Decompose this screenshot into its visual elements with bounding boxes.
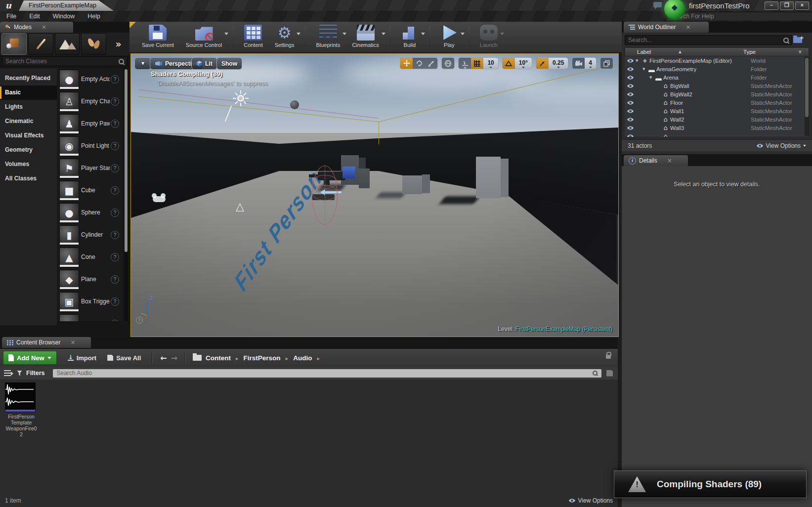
placeable-item[interactable]: ♟ Empty Pawn ? — [57, 113, 123, 135]
category-item[interactable]: Geometry — [0, 143, 57, 157]
category-item[interactable]: Volumes — [0, 157, 57, 171]
chat-bubble-icon[interactable] — [653, 2, 662, 7]
toolbar-button[interactable]: Settings — [270, 24, 299, 49]
outliner-row[interactable]: ▼ FirstPersonExampleMap (Editor) World — [625, 56, 809, 65]
grid-snapping-button[interactable] — [471, 58, 483, 69]
placeable-item[interactable]: ● Sphere ? — [57, 202, 123, 224]
chevron-down-icon[interactable] — [342, 33, 346, 35]
forward-button[interactable]: → — [171, 353, 177, 363]
chevron-down-icon[interactable] — [461, 33, 465, 35]
minimize-button[interactable]: – — [765, 1, 778, 10]
placeable-item[interactable]: ◆ Plane ? — [57, 268, 123, 291]
toolbar-button[interactable]: Launch — [475, 24, 502, 49]
maximize-viewport-button[interactable] — [600, 58, 613, 69]
close-icon[interactable]: × — [42, 24, 46, 31]
menu-item[interactable]: Edit — [23, 11, 46, 22]
chevron-down-icon[interactable] — [500, 33, 504, 35]
visibility-eye-icon[interactable] — [625, 67, 636, 72]
maximize-button[interactable]: ❐ — [780, 1, 794, 10]
toolbar-button[interactable]: Build — [396, 24, 423, 49]
category-item[interactable]: Cinematic — [0, 114, 57, 128]
outliner-row[interactable]: ▼ Wall3 StaticMeshActor — [625, 124, 809, 132]
toolbar-button[interactable]: Blueprints — [311, 24, 344, 49]
visibility-eye-icon[interactable] — [625, 92, 636, 97]
tab-content-browser[interactable]: Content Browser × — [2, 337, 91, 348]
outliner-scrollbar[interactable] — [805, 57, 809, 136]
visibility-eye-icon[interactable] — [625, 75, 636, 80]
menu-item[interactable]: File — [0, 11, 23, 22]
chevron-down-icon[interactable] — [382, 33, 385, 35]
toolbar-button[interactable]: Play — [436, 24, 463, 49]
outliner-search-input[interactable]: Search... — [625, 35, 792, 45]
placeable-item[interactable]: ◉ Point Light ? — [57, 135, 123, 157]
move-tool-button[interactable] — [400, 58, 413, 69]
outliner-row[interactable]: ▼ Wall2 StaticMeshActor — [625, 115, 809, 124]
placeable-item[interactable]: ▣ Box Trigger ? — [57, 291, 123, 313]
close-icon[interactable]: × — [685, 24, 690, 31]
scale-tool-button[interactable] — [425, 58, 437, 69]
placeable-item[interactable]: ▲ Cone ? — [57, 246, 123, 268]
menu-item[interactable]: Help — [81, 11, 107, 22]
new-folder-button[interactable]: + — [792, 36, 804, 44]
help-icon[interactable]: ? — [111, 320, 119, 321]
help-search-input[interactable]: Search For Help — [666, 12, 812, 21]
asset-tile[interactable]: FirstPerson Template WeaponFire02 — [5, 382, 38, 437]
rotation-snapping-button[interactable] — [503, 58, 515, 69]
import-button[interactable]: ↓ Import — [68, 354, 97, 362]
type-column-header[interactable]: Type — [743, 49, 756, 55]
toolbar-button[interactable]: Cinematics — [347, 24, 383, 49]
tab-modes[interactable]: Modes × — [0, 22, 73, 33]
help-icon[interactable]: ? — [111, 142, 119, 150]
help-icon[interactable]: ? — [111, 253, 119, 261]
sun-sprite-icon[interactable] — [232, 89, 250, 107]
viewport-options-button[interactable]: ▼ — [134, 57, 151, 70]
chevron-down-icon[interactable] — [297, 33, 300, 35]
sound-sprite-icon[interactable] — [290, 100, 299, 109]
more-modes-button[interactable]: » — [107, 34, 129, 54]
visibility-eye-icon[interactable] — [625, 100, 636, 105]
category-item[interactable]: Basic — [0, 85, 57, 100]
visibility-eye-icon[interactable] — [625, 117, 636, 122]
modes-scrollbar[interactable] — [124, 68, 128, 321]
back-button[interactable]: ← — [160, 353, 167, 363]
world-coordinate-button[interactable] — [442, 58, 454, 69]
breadcrumb-item[interactable]: Audio — [293, 354, 325, 362]
toolbar-button[interactable]: Content — [239, 24, 267, 49]
player-start-sprite-icon[interactable] — [151, 193, 168, 203]
cb-view-options-button[interactable]: View Options — [568, 497, 613, 504]
add-new-button[interactable]: Add New — [3, 351, 57, 365]
outliner-row[interactable]: ▼ — [625, 132, 809, 137]
help-icon[interactable]: ? — [111, 120, 119, 128]
visibility-eye-icon[interactable] — [625, 126, 636, 130]
help-icon[interactable]: ? — [111, 297, 119, 306]
help-icon[interactable]: ? — [111, 209, 119, 217]
close-icon[interactable]: × — [70, 339, 75, 346]
help-icon[interactable]: ? — [111, 164, 119, 172]
outliner-row[interactable]: ▼ Floor StaticMeshActor — [625, 98, 809, 107]
mode-paint-button[interactable] — [28, 33, 53, 55]
rotate-tool-button[interactable] — [413, 58, 425, 69]
mode-landscape-button[interactable] — [55, 33, 80, 55]
outliner-row[interactable]: ▼ Arena Folder — [625, 73, 809, 82]
outliner-view-options-button[interactable]: View Options — [756, 142, 806, 149]
lit-mode-button[interactable]: Lit — [191, 57, 217, 70]
search-assets-input[interactable]: Search Audio — [53, 369, 601, 378]
surface-snapping-button[interactable] — [459, 58, 471, 69]
help-icon[interactable]: ? — [111, 186, 119, 195]
rotation-snap-value[interactable]: 10° — [515, 58, 532, 69]
sources-panel-icon[interactable] — [4, 370, 11, 376]
breadcrumb-item[interactable]: Content — [206, 354, 244, 362]
mode-place-button[interactable] — [1, 33, 27, 55]
scale-snap-value[interactable]: 0.25 — [549, 58, 568, 69]
scale-snapping-button[interactable] — [536, 58, 549, 69]
outliner-row[interactable]: ▼ BigWall StaticMeshActor — [625, 82, 809, 90]
chevron-down-icon[interactable] — [224, 33, 228, 35]
help-icon[interactable]: ? — [111, 75, 119, 84]
camera-speed-button[interactable] — [572, 58, 585, 69]
type-filter-icon[interactable]: ▼ — [799, 50, 802, 54]
level-viewport[interactable]: First Person △ — [130, 53, 619, 337]
expander-icon[interactable]: ▼ — [636, 59, 641, 63]
level-name[interactable]: FirstPersonExampleMap (Persistent) — [515, 326, 612, 333]
help-icon[interactable]: ? — [111, 97, 119, 106]
outliner-row[interactable]: ▼ ArenaGeometry Folder — [625, 65, 809, 73]
